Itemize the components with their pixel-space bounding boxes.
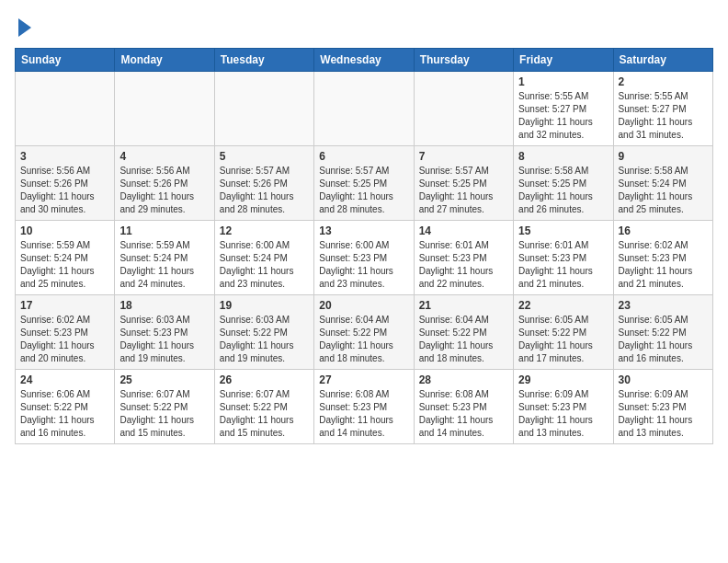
day-info: Sunrise: 6:07 AM Sunset: 5:22 PM Dayligh… [220,388,309,440]
day-info: Sunrise: 5:55 AM Sunset: 5:27 PM Dayligh… [518,90,608,142]
day-number: 18 [119,299,209,312]
day-cell: 2Sunrise: 5:55 AM Sunset: 5:27 PM Daylig… [613,72,712,146]
day-info: Sunrise: 6:08 AM Sunset: 5:23 PM Dayligh… [319,388,408,440]
week-row-3: 10Sunrise: 5:59 AM Sunset: 5:24 PM Dayli… [16,221,713,295]
day-number: 15 [518,224,608,237]
day-info: Sunrise: 6:02 AM Sunset: 5:23 PM Dayligh… [20,314,109,365]
day-number: 2 [619,75,708,88]
day-number: 23 [619,299,708,312]
col-header-monday: Monday [115,49,214,72]
day-cell: 10Sunrise: 5:59 AM Sunset: 5:24 PM Dayli… [16,221,115,295]
day-cell: 20Sunrise: 6:04 AM Sunset: 5:22 PM Dayli… [314,295,414,370]
day-number: 8 [518,150,608,163]
day-info: Sunrise: 6:04 AM Sunset: 5:22 PM Dayligh… [419,314,508,365]
day-cell [414,72,513,146]
day-cell: 12Sunrise: 6:00 AM Sunset: 5:24 PM Dayli… [214,221,313,295]
day-cell: 13Sunrise: 6:00 AM Sunset: 5:23 PM Dayli… [314,221,414,295]
day-number: 14 [419,224,508,237]
day-cell: 23Sunrise: 6:05 AM Sunset: 5:22 PM Dayli… [613,295,712,370]
day-number: 19 [220,299,309,312]
week-row-5: 24Sunrise: 6:06 AM Sunset: 5:22 PM Dayli… [16,370,713,444]
day-number: 1 [518,75,608,88]
day-cell: 14Sunrise: 6:01 AM Sunset: 5:23 PM Dayli… [414,221,513,295]
col-header-sunday: Sunday [16,49,115,72]
day-number: 29 [518,373,608,386]
day-cell: 8Sunrise: 5:58 AM Sunset: 5:25 PM Daylig… [514,146,613,221]
logo [15,15,31,37]
day-info: Sunrise: 6:04 AM Sunset: 5:22 PM Dayligh… [319,314,408,365]
day-info: Sunrise: 5:59 AM Sunset: 5:24 PM Dayligh… [119,239,209,291]
day-info: Sunrise: 6:03 AM Sunset: 5:22 PM Dayligh… [220,314,309,365]
day-info: Sunrise: 5:56 AM Sunset: 5:26 PM Dayligh… [119,165,209,216]
day-cell: 30Sunrise: 6:09 AM Sunset: 5:23 PM Dayli… [613,370,712,444]
day-number: 6 [319,150,408,163]
day-info: Sunrise: 5:57 AM Sunset: 5:25 PM Dayligh… [419,165,508,216]
logo-arrow-icon [18,18,31,37]
day-cell: 24Sunrise: 6:06 AM Sunset: 5:22 PM Dayli… [16,370,115,444]
day-info: Sunrise: 5:57 AM Sunset: 5:25 PM Dayligh… [319,165,408,216]
col-header-thursday: Thursday [414,49,513,72]
day-number: 28 [419,373,508,386]
col-header-saturday: Saturday [613,49,712,72]
day-cell: 22Sunrise: 6:05 AM Sunset: 5:22 PM Dayli… [514,295,613,370]
day-cell: 28Sunrise: 6:08 AM Sunset: 5:23 PM Dayli… [414,370,513,444]
day-info: Sunrise: 6:00 AM Sunset: 5:23 PM Dayligh… [319,239,408,291]
week-row-4: 17Sunrise: 6:02 AM Sunset: 5:23 PM Dayli… [16,295,713,370]
day-number: 17 [20,299,109,312]
day-cell: 9Sunrise: 5:58 AM Sunset: 5:24 PM Daylig… [613,146,712,221]
day-number: 3 [20,150,109,163]
day-number: 26 [220,373,309,386]
col-header-tuesday: Tuesday [214,49,313,72]
day-number: 11 [119,224,209,237]
day-info: Sunrise: 6:02 AM Sunset: 5:23 PM Dayligh… [619,239,708,291]
day-cell: 26Sunrise: 6:07 AM Sunset: 5:22 PM Dayli… [214,370,313,444]
day-info: Sunrise: 6:01 AM Sunset: 5:23 PM Dayligh… [419,239,508,291]
day-number: 25 [119,373,209,386]
col-header-friday: Friday [514,49,613,72]
day-cell: 18Sunrise: 6:03 AM Sunset: 5:23 PM Dayli… [115,295,214,370]
day-info: Sunrise: 6:08 AM Sunset: 5:23 PM Dayligh… [419,388,508,440]
day-number: 4 [119,150,209,163]
day-number: 5 [220,150,309,163]
day-cell: 29Sunrise: 6:09 AM Sunset: 5:23 PM Dayli… [514,370,613,444]
day-cell: 7Sunrise: 5:57 AM Sunset: 5:25 PM Daylig… [414,146,513,221]
day-number: 10 [20,224,109,237]
day-number: 7 [419,150,508,163]
day-number: 16 [619,224,708,237]
day-info: Sunrise: 6:05 AM Sunset: 5:22 PM Dayligh… [619,314,708,365]
day-cell: 21Sunrise: 6:04 AM Sunset: 5:22 PM Dayli… [414,295,513,370]
day-cell: 1Sunrise: 5:55 AM Sunset: 5:27 PM Daylig… [514,72,613,146]
calendar-header-row: SundayMondayTuesdayWednesdayThursdayFrid… [16,49,713,72]
day-cell: 6Sunrise: 5:57 AM Sunset: 5:25 PM Daylig… [314,146,414,221]
day-info: Sunrise: 5:59 AM Sunset: 5:24 PM Dayligh… [20,239,109,291]
day-number: 30 [619,373,708,386]
day-info: Sunrise: 6:01 AM Sunset: 5:23 PM Dayligh… [518,239,608,291]
day-number: 21 [419,299,508,312]
calendar: SundayMondayTuesdayWednesdayThursdayFrid… [15,48,713,444]
day-cell: 5Sunrise: 5:57 AM Sunset: 5:26 PM Daylig… [214,146,313,221]
day-info: Sunrise: 5:58 AM Sunset: 5:24 PM Dayligh… [619,165,708,216]
col-header-wednesday: Wednesday [314,49,414,72]
day-info: Sunrise: 5:56 AM Sunset: 5:26 PM Dayligh… [20,165,109,216]
day-info: Sunrise: 6:09 AM Sunset: 5:23 PM Dayligh… [518,388,608,440]
day-number: 13 [319,224,408,237]
day-number: 20 [319,299,408,312]
day-info: Sunrise: 5:57 AM Sunset: 5:26 PM Dayligh… [220,165,309,216]
day-number: 22 [518,299,608,312]
day-info: Sunrise: 6:06 AM Sunset: 5:22 PM Dayligh… [20,388,109,440]
day-cell: 19Sunrise: 6:03 AM Sunset: 5:22 PM Dayli… [214,295,313,370]
day-number: 24 [20,373,109,386]
day-cell: 27Sunrise: 6:08 AM Sunset: 5:23 PM Dayli… [314,370,414,444]
day-info: Sunrise: 6:07 AM Sunset: 5:22 PM Dayligh… [119,388,209,440]
day-info: Sunrise: 5:55 AM Sunset: 5:27 PM Dayligh… [619,90,708,142]
week-row-2: 3Sunrise: 5:56 AM Sunset: 5:26 PM Daylig… [16,146,713,221]
day-number: 27 [319,373,408,386]
day-cell [214,72,313,146]
week-row-1: 1Sunrise: 5:55 AM Sunset: 5:27 PM Daylig… [16,72,713,146]
day-cell: 15Sunrise: 6:01 AM Sunset: 5:23 PM Dayli… [514,221,613,295]
day-cell: 16Sunrise: 6:02 AM Sunset: 5:23 PM Dayli… [613,221,712,295]
day-cell: 25Sunrise: 6:07 AM Sunset: 5:22 PM Dayli… [115,370,214,444]
day-cell [314,72,414,146]
day-cell [115,72,214,146]
day-info: Sunrise: 6:09 AM Sunset: 5:23 PM Dayligh… [619,388,708,440]
